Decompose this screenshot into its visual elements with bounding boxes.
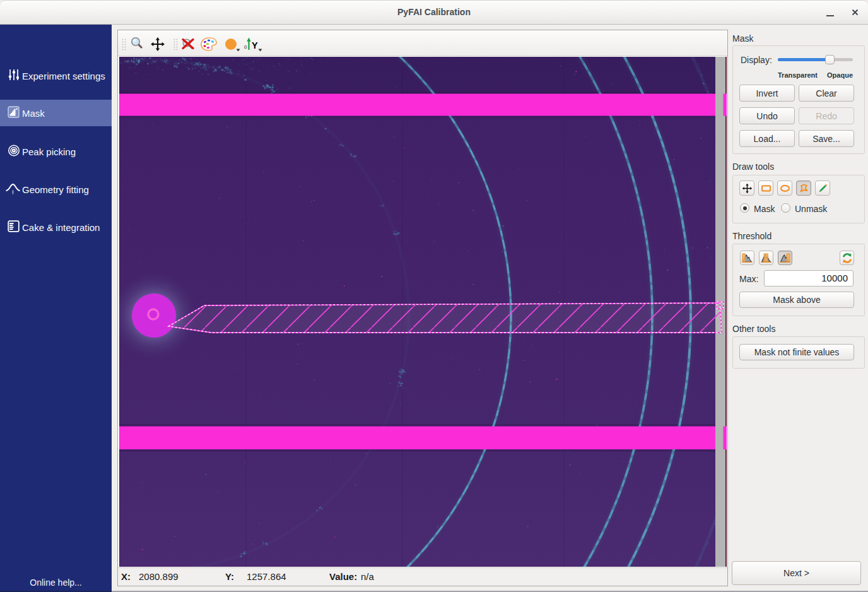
svg-text:Y: Y [252, 40, 258, 50]
svg-text:0: 0 [244, 44, 247, 50]
